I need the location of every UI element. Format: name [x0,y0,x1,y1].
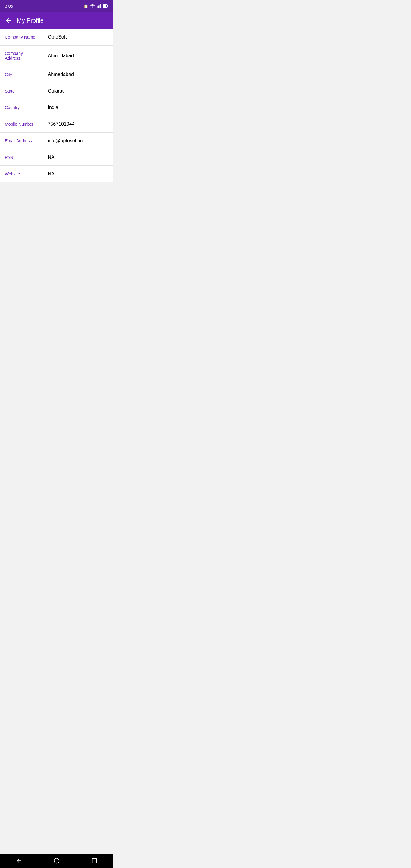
email-address-label: Email Address [0,133,43,149]
signal-icon [97,4,101,8]
country-value: India [43,99,113,116]
svg-rect-4 [100,4,101,7]
company-address-value: Ahmedabad [43,45,113,66]
pan-label: PAN [0,149,43,165]
company-address-label: Company Address [0,45,43,66]
table-row: Website NA [0,166,113,182]
wifi-icon [90,4,95,8]
mobile-number-value: 7567101044 [43,116,113,132]
profile-table: Company Name OptoSoft Company Address Ah… [0,29,113,182]
table-row: PAN NA [0,149,113,166]
table-row: Company Address Ahmedabad [0,45,113,66]
empty-content-area [0,182,113,363]
app-bar: My Profile [0,12,113,29]
table-row: Email Address info@optosoft.in [0,133,113,149]
website-label: Website [0,166,43,182]
city-value: Ahmedabad [43,66,113,83]
country-label: Country [0,99,43,116]
svg-rect-6 [103,5,106,7]
page-title: My Profile [17,17,44,24]
mobile-number-label: Mobile Number [0,116,43,132]
table-row: State Gujarat [0,83,113,99]
svg-rect-1 [97,6,98,7]
battery-icon [103,4,108,8]
clipboard-icon: 📋 [84,4,88,8]
city-label: City [0,66,43,83]
table-row: Company Name OptoSoft [0,29,113,45]
email-address-value: info@optosoft.in [43,133,113,149]
table-row: City Ahmedabad [0,66,113,83]
svg-point-0 [92,6,93,7]
state-value: Gujarat [43,83,113,99]
company-name-value: OptoSoft [43,29,113,45]
website-value: NA [43,166,113,182]
svg-rect-3 [99,5,100,7]
state-label: State [0,83,43,99]
table-row: Mobile Number 7567101044 [0,116,113,133]
back-button[interactable] [5,17,12,24]
table-row: Country India [0,99,113,116]
svg-rect-2 [98,5,99,7]
status-icons: 📋 [84,4,108,8]
pan-value: NA [43,149,113,165]
profile-content: Company Name OptoSoft Company Address Ah… [0,29,113,182]
status-time: 3:05 [5,4,13,8]
svg-rect-7 [107,5,108,6]
company-name-label: Company Name [0,29,43,45]
status-bar: 3:05 📋 [0,0,113,12]
